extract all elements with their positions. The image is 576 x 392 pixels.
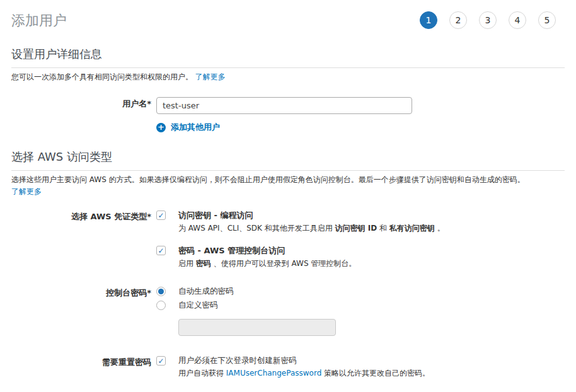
access-type-description: 选择这些用户主要访问 AWS 的方式。如果选择仅编程访问，则不会阻止用户使用假定…	[11, 175, 565, 185]
programmatic-access-option: ✓ 访问密钥 - 编程访问 为 AWS API、CLI、SDK 和其他开发工具启…	[156, 210, 445, 233]
console-access-title: 密码 - AWS 管理控制台访问	[178, 245, 356, 257]
autogen-password-label: 自动生成的密码	[178, 286, 234, 297]
page-header: 添加用户 1 2 3 4 5	[11, 10, 565, 30]
programmatic-access-description: 为 AWS API、CLI、SDK 和其他开发工具启用 访问密钥 ID 和 私有…	[178, 224, 445, 233]
user-details-description: 您可以一次添加多个具有相同访问类型和权限的用户。 了解更多	[11, 72, 565, 82]
reset-password-label: 需要重置密码	[11, 355, 151, 368]
autogen-password-option: 自动生成的密码	[156, 286, 336, 297]
console-access-body: 密码 - AWS 管理控制台访问 启用 密码 、使得用户可以登录到 AWS 管理…	[178, 245, 356, 268]
reset-password-body: 用户必须在下次登录时创建新密码 用户自动获得 IAMUserChangePass…	[178, 355, 430, 378]
programmatic-access-title: 访问密钥 - 编程访问	[178, 210, 445, 221]
prog-desc-prefix: 为 AWS API、CLI、SDK 和其他开发工具启用	[178, 224, 335, 233]
credential-type-row: 选择 AWS 凭证类型* ✓ 访问密钥 - 编程访问 为 AWS API、CLI…	[11, 210, 565, 268]
credential-type-label: 选择 AWS 凭证类型*	[11, 210, 151, 222]
username-row: 用户名*	[11, 97, 565, 114]
add-other-user-label: 添加其他用户	[171, 122, 220, 133]
console-access-checkbox-checked[interactable]: ✓	[156, 246, 166, 255]
reset-password-checkbox-checked[interactable]: ✓	[156, 356, 166, 366]
reset-password-description: 用户自动获得 IAMUserChangePassword 策略以允许其更改自己的…	[178, 369, 430, 378]
learn-more-link-access-type[interactable]: 了解更多	[11, 187, 42, 197]
reset-desc-suffix: 策略以允许其更改自己的密码。	[321, 369, 430, 378]
username-label: 用户名*	[11, 97, 151, 110]
section-heading-access-type: 选择 AWS 访问类型	[11, 149, 565, 171]
section-heading-user-details: 设置用户详细信息	[11, 47, 565, 68]
prog-desc-suffix: 。	[435, 224, 445, 233]
reset-desc-prefix: 用户自动获得	[178, 369, 226, 378]
console-desc-suffix: 、使得用户可以登录到 AWS 管理控制台。	[211, 259, 356, 268]
console-access-description: 启用 密码 、使得用户可以登录到 AWS 管理控制台。	[178, 259, 356, 268]
add-user-row: +添加其他用户	[11, 122, 565, 133]
add-user-spacer	[11, 122, 151, 123]
reset-password-control: ✓ 用户必须在下次登录时创建新密码 用户自动获得 IAMUserChangePa…	[156, 355, 430, 378]
console-desc-prefix: 启用	[178, 259, 196, 268]
programmatic-access-checkbox-checked[interactable]: ✓	[156, 210, 166, 220]
learn-more-link-user-details[interactable]: 了解更多	[195, 72, 226, 81]
prog-desc-bold-secret-key: 私有访问密钥	[389, 224, 435, 233]
add-user-page: 添加用户 1 2 3 4 5 设置用户详细信息 您可以一次添加多个具有相同访问类…	[0, 0, 576, 378]
autogen-password-radio-selected[interactable]	[156, 287, 166, 296]
credential-type-options: ✓ 访问密钥 - 编程访问 为 AWS API、CLI、SDK 和其他开发工具启…	[156, 210, 445, 268]
radio-dot	[158, 289, 164, 294]
reset-password-checkbox-text: 用户必须在下次登录时创建新密码	[178, 355, 430, 366]
wizard-step-3[interactable]: 3	[479, 11, 497, 29]
reset-password-option: ✓ 用户必须在下次登录时创建新密码 用户自动获得 IAMUserChangePa…	[156, 355, 430, 378]
custom-password-label: 自定义密码	[178, 300, 218, 311]
programmatic-access-body: 访问密钥 - 编程访问 为 AWS API、CLI、SDK 和其他开发工具启用 …	[178, 210, 445, 233]
console-password-options: 自动生成的密码 自定义密码	[156, 286, 336, 336]
console-password-label: 控制台密码*	[11, 286, 151, 299]
prog-desc-bold-access-key-id: 访问密钥 ID	[335, 224, 377, 233]
add-user-control: +添加其他用户	[156, 122, 220, 133]
add-other-user-link[interactable]: +添加其他用户	[156, 122, 220, 133]
wizard-step-2[interactable]: 2	[449, 11, 467, 29]
wizard-step-5[interactable]: 5	[538, 11, 556, 29]
console-access-option: ✓ 密码 - AWS 管理控制台访问 启用 密码 、使得用户可以登录到 AWS …	[156, 245, 445, 268]
plus-circle-icon: +	[156, 123, 166, 132]
prog-desc-mid: 和	[377, 224, 389, 233]
user-details-description-text: 您可以一次添加多个具有相同访问类型和权限的用户。	[11, 72, 195, 81]
console-desc-bold-password: 密码	[196, 259, 211, 268]
custom-password-radio[interactable]	[156, 301, 166, 310]
username-input[interactable]	[156, 97, 412, 114]
page-title: 添加用户	[11, 10, 67, 30]
console-password-row: 控制台密码* 自动生成的密码 自定义密码	[11, 286, 565, 336]
wizard-step-4[interactable]: 4	[509, 11, 526, 29]
reset-password-row: 需要重置密码 ✓ 用户必须在下次登录时创建新密码 用户自动获得 IAMUserC…	[11, 355, 565, 378]
wizard-step-1-active[interactable]: 1	[420, 11, 437, 29]
custom-password-option: 自定义密码	[156, 300, 336, 311]
custom-password-input-disabled	[178, 319, 336, 336]
iam-user-change-password-policy-link[interactable]: IAMUserChangePassword	[226, 369, 321, 378]
wizard-steps: 1 2 3 4 5	[420, 11, 556, 29]
username-control	[156, 97, 412, 114]
